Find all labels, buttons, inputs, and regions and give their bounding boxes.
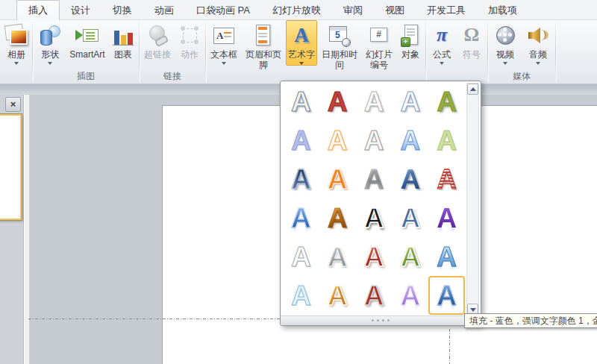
wordart-a: A [364,166,384,193]
group-label-media: 媒体 [489,70,554,83]
wordart-style-option[interactable]: A [319,198,356,237]
chevron-down-icon [299,62,304,65]
wordart-a: A [364,204,384,232]
group-links: 超链接 动作 链接 [140,20,204,84]
scroll-up-button[interactable] [467,84,478,95]
tab-view[interactable]: 视图 [374,1,416,19]
object-label: 对象 [401,49,419,60]
group-separator [205,22,206,82]
slide-number-button[interactable]: 幻灯片编号 [362,20,396,71]
wordart-gallery-popup: A A A A A A A A A A A A A A A A A A A A … [280,81,481,326]
tab-transitions[interactable]: 切换 [101,1,143,19]
wordart-style-option[interactable]: A [319,160,356,199]
wordart-style-option[interactable]: A [356,276,393,315]
wordart-a: A [291,127,311,154]
wordart-style-option[interactable]: A [319,276,356,315]
smartart-button[interactable]: SmartArt [66,20,108,60]
textbox-button[interactable]: 文本框 [207,20,241,66]
slide-thumbnail[interactable] [0,114,22,220]
tab-design[interactable]: 设计 [60,1,101,19]
tab-slideshow[interactable]: 幻灯片放映 [261,1,332,19]
wordart-style-option[interactable]: A [428,122,465,160]
group-album: 相册 [1,20,31,84]
photo-album-icon [4,23,29,48]
wordart-style-option[interactable]: A [319,237,356,276]
group-symbols: π 公式 Ω 符号 [427,20,487,84]
omega-icon: Ω [459,23,484,48]
wordart-a: A [328,127,348,154]
wordart-style-option[interactable]: A [283,276,319,315]
pane-splitter[interactable] [24,95,29,364]
wordart-a: A [437,282,457,310]
triangle-up-icon [470,87,476,91]
gallery-scrollbar[interactable] [466,83,479,316]
slide-number-label: 幻灯片编号 [363,49,396,70]
wordart-style-option[interactable]: A [428,83,465,122]
tab-addins[interactable]: 加载项 [477,1,528,19]
wordart-label: 艺术字 [288,49,315,60]
wordart-style-option[interactable]: A [392,83,428,122]
photo-album-button[interactable]: 相册 [1,20,31,66]
wordart-style-option[interactable]: A [283,198,319,237]
slides-panel: × [0,95,24,364]
wordart-style-option[interactable]: A [356,122,393,160]
close-slides-panel-button[interactable]: × [5,97,21,112]
wordart-style-option[interactable]: A [356,160,393,199]
header-footer-button[interactable]: 页眉和页脚 [241,20,286,71]
vertical-guide[interactable] [449,329,450,364]
wordart-a: A [364,127,384,154]
wordart-style-option[interactable]: A [319,122,356,160]
date-time-button[interactable]: 日期和时间 [317,20,362,71]
wordart-a: A [364,282,384,310]
tab-review[interactable]: 审阅 [332,1,374,19]
wordart-style-option[interactable]: A [283,160,319,199]
wordart-a: A [328,243,348,271]
wordart-style-option[interactable]: A [356,198,393,237]
wordart-a: A [400,127,420,154]
wordart-style-option[interactable]: A [392,160,428,199]
hyperlink-button[interactable]: 超链接 [140,20,175,60]
header-footer-label: 页眉和页脚 [242,49,285,70]
wordart-style-option[interactable]: A [428,160,465,199]
audio-button[interactable]: 音频 [522,20,554,66]
shapes-button[interactable]: 形状 [34,20,66,66]
slide-number-icon [366,23,392,48]
chart-button[interactable]: 图表 [108,20,138,60]
tab-animations[interactable]: 动画 [143,1,185,19]
wordart-style-option[interactable]: A [392,276,428,315]
wordart-button[interactable]: 艺术字 [286,20,317,66]
wordart-style-option[interactable]: A [283,122,319,160]
wordart-style-option[interactable]: A [392,198,428,237]
powerpoint-window: 插入 设计 切换 动画 口袋动画 PA 幻灯片放映 审阅 视图 开发工具 加载项… [0,0,597,364]
wordart-style-option[interactable]: A [356,83,393,122]
wordart-style-option[interactable]: A [392,237,428,276]
symbol-button[interactable]: Ω 符号 [457,20,487,60]
wordart-style-option[interactable]: A [428,237,465,276]
wordart-style-option-selected[interactable]: A [428,276,465,315]
wordart-style-option[interactable]: A [283,237,319,276]
group-text: 文本框 页眉和页脚 艺术字 日期和时间 幻灯片编号 对 [207,20,425,84]
textbox-icon [211,23,237,48]
equation-button[interactable]: π 公式 [427,20,457,66]
group-separator [555,22,556,82]
tab-insert[interactable]: 插入 [16,0,60,20]
gallery-resize-handle[interactable] [281,316,481,325]
chevron-down-icon [14,62,19,65]
shapes-label: 形状 [41,49,59,60]
tab-pocket-animation[interactable]: 口袋动画 PA [185,1,261,19]
video-button[interactable]: 视频 [489,20,522,66]
tab-developer[interactable]: 开发工具 [416,1,477,19]
wordart-a: A [328,282,348,310]
group-media: 视频 音频 媒体 [489,20,554,84]
wordart-style-option[interactable]: A [392,122,428,160]
wordart-style-option[interactable]: A [319,83,356,122]
chevron-down-icon [222,62,226,65]
object-button[interactable]: 对象 [396,20,425,60]
wordart-style-option[interactable]: A [428,198,465,237]
wordart-style-option[interactable]: A [283,83,319,122]
action-button[interactable]: 动作 [175,20,204,60]
equation-label: 公式 [433,49,451,60]
group-separator [425,22,426,82]
wordart-style-option[interactable]: A [356,237,393,276]
horizontal-guide[interactable] [28,318,280,319]
